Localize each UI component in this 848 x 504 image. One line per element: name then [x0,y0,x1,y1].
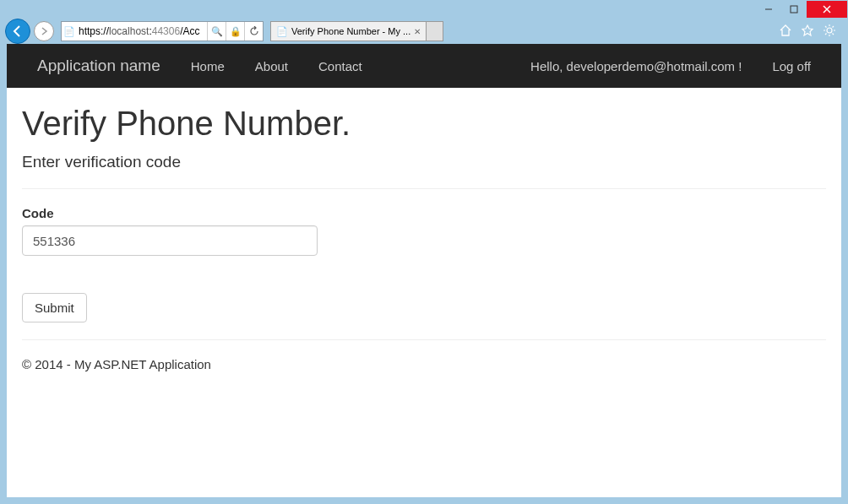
page-title: Verify Phone Number. [22,105,826,143]
refresh-button[interactable] [244,22,263,41]
url-prefix: https:// [79,25,109,37]
code-input[interactable] [22,225,318,256]
tab-favicon: 📄 [276,26,288,37]
back-button[interactable] [5,19,30,44]
nav-link-contact[interactable]: Contact [303,59,378,73]
divider [22,188,826,189]
nav-link-home[interactable]: Home [176,59,240,73]
new-tab-button[interactable] [427,21,443,41]
home-icon[interactable] [779,24,792,40]
svg-rect-1 [791,6,797,13]
user-greeting[interactable]: Hello, developerdemo@hotmail.com ! [515,59,757,73]
page-body: Verify Phone Number. Enter verification … [7,88,841,388]
url-host: localhost [109,25,149,37]
site-navbar: Application name Home About Contact Hell… [7,44,841,88]
address-bar[interactable]: 📄 https://localhost:44306/Acc 🔍 🔒 [61,21,264,41]
tab-title: Verify Phone Number - My ... [291,26,410,36]
browser-tab[interactable]: 📄 Verify Phone Number - My ... ✕ [270,21,427,41]
url-port: 44306 [152,25,180,37]
tools-icon[interactable] [823,24,836,40]
logoff-link[interactable]: Log off [757,59,826,73]
browser-window: 📄 https://localhost:44306/Acc 🔍 🔒 📄 Veri… [0,0,848,504]
url-input[interactable]: https://localhost:44306/Acc [77,25,207,37]
page-viewport: Application name Home About Contact Hell… [7,44,841,497]
divider [22,339,826,340]
search-dropdown-button[interactable]: 🔍 [207,22,226,41]
page-icon: 📄 [62,26,77,37]
tab-close-icon[interactable]: ✕ [414,27,421,36]
window-titlebar [0,0,848,19]
close-button[interactable] [807,1,847,18]
minimize-button[interactable] [756,1,781,18]
nav-link-about[interactable]: About [240,59,303,73]
navbar-right: Hello, developerdemo@hotmail.com ! Log o… [515,59,826,73]
footer-text: © 2014 - My ASP.NET Application [22,357,826,371]
ssl-lock-icon[interactable]: 🔒 [226,22,244,41]
maximize-button[interactable] [781,1,807,18]
url-path: /Acc [180,25,199,37]
favorites-icon[interactable] [801,24,814,40]
browser-toolbar: 📄 https://localhost:44306/Acc 🔍 🔒 📄 Veri… [0,19,848,44]
forward-button[interactable] [34,21,54,41]
tab-strip: 📄 Verify Phone Number - My ... ✕ [270,21,443,41]
brand-link[interactable]: Application name [37,57,160,75]
page-subtitle: Enter verification code [22,153,826,171]
code-label: Code [22,206,826,220]
svg-point-4 [827,28,832,33]
toolbar-right [779,24,843,40]
submit-button[interactable]: Submit [22,293,87,322]
